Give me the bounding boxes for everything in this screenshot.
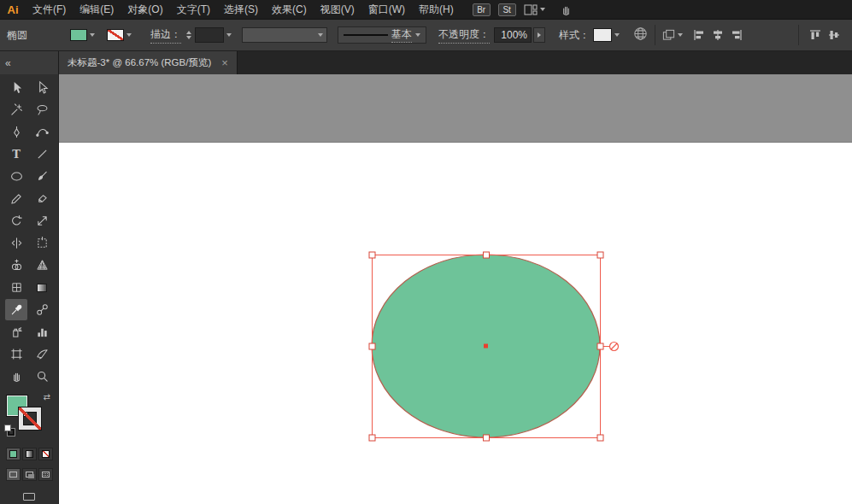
handle-bottom-center[interactable] <box>484 435 490 441</box>
color-button[interactable] <box>6 448 21 460</box>
align-horizontal-center-button[interactable] <box>710 27 726 43</box>
close-tab-icon[interactable]: × <box>221 57 228 68</box>
bridge-badge[interactable]: Br <box>473 3 491 16</box>
handle-top-left[interactable] <box>369 252 375 258</box>
tool-artboard[interactable] <box>5 343 27 365</box>
tool-shape-builder[interactable] <box>5 255 27 276</box>
tool-gradient[interactable] <box>31 277 53 298</box>
handle-bottom-left[interactable] <box>369 435 375 441</box>
draw-mode-row <box>6 468 53 481</box>
tool-zoom[interactable] <box>31 366 53 387</box>
menu-select[interactable]: 选择(S) <box>217 0 265 19</box>
handle-bottom-right[interactable] <box>597 435 603 441</box>
draw-inside-button[interactable] <box>38 468 53 481</box>
menu-edit[interactable]: 编辑(E) <box>73 0 120 19</box>
default-fill-stroke-icon[interactable] <box>4 425 18 437</box>
menu-object[interactable]: 对象(O) <box>120 0 169 19</box>
tool-blend[interactable] <box>31 299 53 320</box>
graphic-style-control[interactable] <box>593 28 620 42</box>
tool-line-segment[interactable] <box>31 144 53 165</box>
tool-width[interactable] <box>5 232 27 254</box>
paintbrush-icon <box>36 170 49 183</box>
stroke-weight-input[interactable] <box>195 27 224 43</box>
tool-pen[interactable] <box>5 121 27 143</box>
transform-panel-button[interactable] <box>662 29 683 41</box>
align-top-button[interactable] <box>808 27 823 43</box>
tool-direct-selection[interactable] <box>31 77 53 98</box>
magic-wand-icon <box>10 103 23 116</box>
panel-collapse-button[interactable]: « <box>0 51 59 74</box>
tool-pencil[interactable] <box>5 188 27 209</box>
stroke-color-control[interactable] <box>107 29 132 41</box>
document-tab-title: 未标题-3* @ 66.67% (RGB/预览) <box>68 56 211 69</box>
shape-builder-icon <box>10 259 23 272</box>
tool-symbol-sprayer[interactable] <box>5 321 27 343</box>
stroke-color-swatch[interactable] <box>19 407 41 430</box>
tool-free-transform[interactable] <box>31 232 53 254</box>
handle-top-center[interactable] <box>484 252 490 258</box>
stroke-weight-stepper[interactable] <box>186 31 191 39</box>
menubar: Ai 文件(F) 编辑(E) 对象(O) 文字(T) 选择(S) 效果(C) 视… <box>0 0 852 19</box>
menu-help[interactable]: 帮助(H) <box>412 0 461 19</box>
direct-selection-arrow-icon <box>36 81 49 94</box>
tool-eraser[interactable] <box>31 188 53 209</box>
canvas[interactable] <box>59 74 852 504</box>
opacity-label[interactable]: 不透明度： <box>438 27 490 44</box>
handle-middle-left[interactable] <box>369 343 375 349</box>
menu-file[interactable]: 文件(F) <box>26 0 73 19</box>
menu-window[interactable]: 窗口(W) <box>361 0 412 19</box>
symbol-sprayer-icon <box>10 325 23 338</box>
live-shape-widget[interactable] <box>610 343 619 351</box>
stock-badge[interactable]: St <box>498 3 516 16</box>
tool-slice[interactable] <box>31 343 53 365</box>
tool-lasso[interactable] <box>31 99 53 120</box>
center-point[interactable] <box>484 344 488 349</box>
screen-mode-button[interactable] <box>20 489 38 504</box>
opacity-expand-button[interactable] <box>533 27 545 43</box>
tool-selection[interactable] <box>5 77 27 98</box>
fill-color-swatch[interactable] <box>70 29 87 41</box>
tool-magic-wand[interactable] <box>5 99 27 120</box>
stepper-up-icon[interactable] <box>186 31 191 34</box>
menu-view[interactable]: 视图(V) <box>314 0 361 19</box>
handle-middle-right[interactable] <box>597 343 603 349</box>
arrange-documents-button[interactable] <box>524 4 545 15</box>
tool-column-graph[interactable] <box>31 321 53 343</box>
opacity-input[interactable]: 100% <box>494 27 532 43</box>
align-vertical-center-button[interactable] <box>826 27 842 43</box>
tool-rotate[interactable] <box>5 210 27 231</box>
tool-scale[interactable] <box>31 210 53 231</box>
separator <box>655 25 655 45</box>
none-button[interactable] <box>38 448 53 460</box>
tool-ellipse[interactable] <box>5 166 27 187</box>
swap-fill-stroke-icon[interactable]: ⇄ <box>44 393 50 401</box>
tool-curvature[interactable] <box>31 121 53 143</box>
stroke-weight-combo[interactable] <box>195 27 232 43</box>
tool-paintbrush[interactable] <box>31 166 53 187</box>
draw-behind-button[interactable] <box>22 468 37 481</box>
tool-perspective-grid[interactable] <box>31 255 53 276</box>
document-tab[interactable]: 未标题-3* @ 66.67% (RGB/预览) × <box>59 51 238 74</box>
menu-effect[interactable]: 效果(C) <box>265 0 314 19</box>
tool-type[interactable]: T <box>5 144 27 165</box>
graphic-style-swatch[interactable] <box>593 28 612 42</box>
hand-gesture-button[interactable] <box>560 3 573 16</box>
pencil-icon <box>10 192 23 205</box>
stroke-color-swatch[interactable] <box>107 29 124 41</box>
handle-top-right[interactable] <box>597 252 603 258</box>
stroke-style-dropdown[interactable]: 基本 <box>338 26 426 44</box>
draw-normal-button[interactable] <box>6 468 21 481</box>
tool-hand[interactable] <box>5 366 27 387</box>
control-bar: 椭圆 描边： 基本 不透明度： 100% 样式： <box>0 19 852 51</box>
align-right-button[interactable] <box>729 27 744 43</box>
tool-mesh[interactable] <box>5 277 27 298</box>
gradient-button[interactable] <box>22 448 37 460</box>
fill-color-control[interactable] <box>70 29 95 41</box>
tool-eyedropper[interactable] <box>5 299 27 320</box>
menu-type[interactable]: 文字(T) <box>170 0 217 19</box>
brush-definition-dropdown[interactable] <box>242 27 327 43</box>
recolor-artwork-button[interactable] <box>633 26 648 44</box>
align-left-button[interactable] <box>691 27 707 43</box>
stepper-down-icon[interactable] <box>186 36 191 39</box>
stroke-weight-label[interactable]: 描边： <box>150 27 181 44</box>
